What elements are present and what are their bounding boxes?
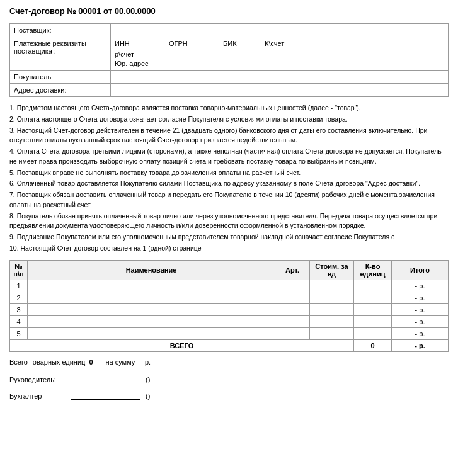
supplier-value[interactable] — [111, 24, 449, 37]
row-price[interactable] — [310, 303, 354, 315]
footer-total: - р. — [392, 339, 449, 351]
rule-8: 8. Покупатель обязан принять оплаченный … — [9, 212, 449, 232]
row-qty[interactable] — [354, 280, 392, 292]
row-name[interactable] — [28, 292, 275, 303]
row-num: 1 — [10, 280, 28, 292]
table-row: 1 - р. — [10, 280, 449, 292]
row-qty[interactable] — [354, 315, 392, 327]
row-art[interactable] — [275, 315, 310, 327]
accountant-sign-line: Бухгалтер () — [9, 390, 449, 400]
rules-section: 1. Предметом настоящего Счета-договора я… — [9, 103, 449, 254]
col-num: № п\п — [10, 260, 28, 280]
row-qty[interactable] — [354, 327, 392, 339]
payment-label: Платежные реквизиты поставщика : — [10, 37, 111, 71]
col-name: Наименование — [28, 260, 275, 280]
col-art: Арт. — [275, 260, 310, 280]
totals-amount: - — [139, 358, 141, 366]
rule-10: 10. Настоящий Счет-договор составлен на … — [9, 244, 449, 254]
payment-value: ИНН ОГРН БИК К\счет р\счет Юр. адрес — [111, 37, 449, 71]
accountant-underline[interactable] — [71, 390, 140, 400]
manager-underline[interactable] — [71, 373, 140, 383]
info-table: Поставщик: Платежные реквизиты поставщик… — [9, 23, 449, 97]
row-total: - р. — [392, 280, 449, 292]
rule-7: 7. Поставщик обязан доставить оплаченный… — [9, 190, 449, 210]
row-price[interactable] — [310, 292, 354, 303]
row-art[interactable] — [275, 327, 310, 339]
row-num: 4 — [10, 315, 28, 327]
delivery-value[interactable] — [111, 84, 449, 97]
sign-section: Руководитель: () Бухгалтер () — [9, 373, 449, 400]
row-art[interactable] — [275, 303, 310, 315]
manager-sign-line: Руководитель: () — [9, 373, 449, 383]
row-num: 3 — [10, 303, 28, 315]
col-qty: К-во единиц — [354, 260, 392, 280]
table-row: 3 - р. — [10, 303, 449, 315]
delivery-label: Адрес доставки: — [10, 84, 111, 97]
kschet-label: К\счет — [265, 40, 444, 47]
table-row: 4 - р. — [10, 315, 449, 327]
inn-label: ИНН — [115, 40, 165, 47]
row-total: - р. — [392, 315, 449, 327]
row-num: 2 — [10, 292, 28, 303]
row-name[interactable] — [28, 327, 275, 339]
row-name[interactable] — [28, 280, 275, 292]
row-price[interactable] — [310, 327, 354, 339]
table-row: 2 - р. — [10, 292, 449, 303]
row-num: 5 — [10, 327, 28, 339]
footer-qty: 0 — [354, 339, 392, 351]
rule-5: 5. Поставщик вправе не выполнять поставк… — [9, 168, 449, 178]
buyer-value[interactable] — [111, 71, 449, 84]
table-row: 5 - р. — [10, 327, 449, 339]
row-name[interactable] — [28, 303, 275, 315]
row-art[interactable] — [275, 280, 310, 292]
main-table: № п\п Наименование Арт. Стоим. за ед К-в… — [9, 260, 449, 352]
rule-3: 3. Настоящий Счет-договор действителен в… — [9, 126, 449, 146]
buyer-label: Покупатель: — [10, 71, 111, 84]
row-art[interactable] — [275, 292, 310, 303]
rule-6: 6. Оплаченный товар доставляется Покупат… — [9, 179, 449, 189]
rschet-label: р\счет — [115, 50, 134, 58]
ogrn-label: ОГРН — [169, 40, 219, 47]
totals-section: Всего товарных единиц 0 на сумму - р. — [9, 358, 449, 366]
col-price: Стоим. за ед — [310, 260, 354, 280]
row-qty[interactable] — [354, 303, 392, 315]
rule-2: 2. Оплата настоящего Счета-договора озна… — [9, 115, 449, 125]
rule-9: 9. Подписание Покупателем или его уполно… — [9, 232, 449, 242]
manager-parens: () — [146, 376, 150, 383]
supplier-label: Поставщик: — [10, 24, 111, 37]
row-price[interactable] — [310, 315, 354, 327]
yur-label: Юр. адрес — [115, 60, 149, 67]
row-qty[interactable] — [354, 292, 392, 303]
row-price[interactable] — [310, 280, 354, 292]
row-total: - р. — [392, 292, 449, 303]
footer-label: ВСЕГО — [10, 339, 354, 351]
totals-currency: р. — [145, 358, 151, 366]
rule-1: 1. Предметом настоящего Счета-договора я… — [9, 103, 449, 113]
accountant-parens: () — [146, 392, 150, 400]
totals-label2: на сумму — [105, 358, 135, 366]
accountant-label: Бухгалтер — [9, 392, 66, 400]
totals-label1: Всего товарных единиц — [9, 358, 85, 366]
col-total: Итого — [392, 260, 449, 280]
row-name[interactable] — [28, 315, 275, 327]
totals-line: Всего товарных единиц 0 на сумму - р. — [9, 358, 449, 366]
totals-qty: 0 — [89, 358, 101, 366]
doc-title: Счет-договор № 00001 от 00.00.0000 — [9, 6, 449, 16]
row-total: - р. — [392, 303, 449, 315]
manager-label: Руководитель: — [9, 376, 66, 383]
bik-label: БИК — [223, 40, 261, 47]
rule-4: 4. Оплата Счета-договора третьими лицами… — [9, 147, 449, 167]
row-total: - р. — [392, 327, 449, 339]
